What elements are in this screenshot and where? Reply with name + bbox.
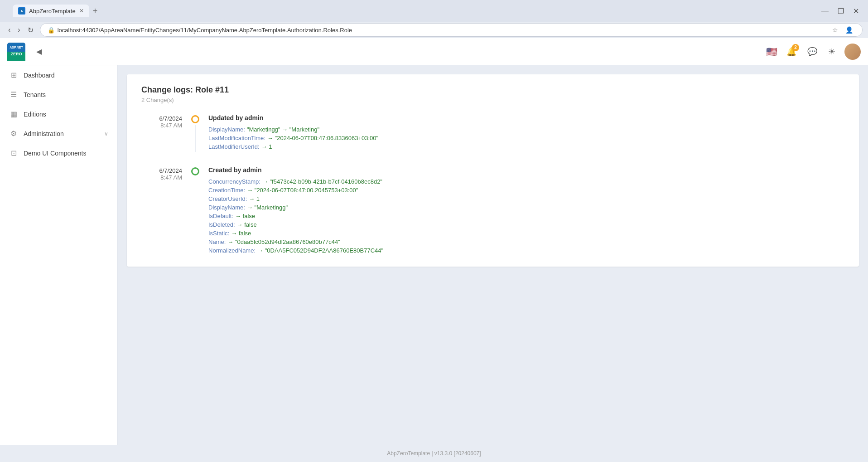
app-footer: AbpZeroTemplate | v13.3.0 [20240607] xyxy=(0,445,868,462)
change-row-displayname: DisplayName: "Marketingg" → "Marketing" xyxy=(208,126,844,133)
change-key: DisplayName: xyxy=(208,126,245,133)
logo-area: ASP.NET ZERO xyxy=(7,43,25,61)
change-key: IsDefault: xyxy=(208,213,233,219)
bookmark-icon[interactable]: ☆ xyxy=(830,25,840,34)
url-text: localhost:44302/AppAreaName/EntityChange… xyxy=(58,27,352,34)
change-row-name: Name: → "0daa5fc052d94df2aa86760e80b77c4… xyxy=(208,238,844,245)
app-container: ASP.NET ZERO ◀ 🇺🇸 🔔 2 💬 ☀ ⊞ Dashboard xyxy=(0,38,868,462)
change-row-lastmod-userid: LastModifierUserId: → 1 xyxy=(208,143,844,150)
sidebar-item-label: Demo UI Components xyxy=(24,150,108,157)
header-right: 🇺🇸 🔔 2 💬 ☀ xyxy=(766,44,861,60)
content-area: Change logs: Role #11 2 Change(s) 6/7/20… xyxy=(118,65,868,445)
minimize-button[interactable]: — xyxy=(818,5,832,17)
sidebar-item-demo-ui[interactable]: ⊡ Demo UI Components xyxy=(0,143,117,163)
change-key: LastModifierUserId: xyxy=(208,143,260,150)
address-bar: ‹ › ↻ 🔒 localhost:44302/AppAreaName/Enti… xyxy=(0,22,868,38)
tab-title: AbpZeroTemplate xyxy=(29,8,76,15)
maximize-button[interactable]: ❐ xyxy=(834,5,848,17)
chevron-down-icon: ∨ xyxy=(104,131,108,137)
change-row-isstatic: IsStatic: → false xyxy=(208,230,844,237)
profile-icon[interactable]: 👤 xyxy=(844,25,855,34)
change-value: → 1 xyxy=(261,143,272,150)
change-row-concurrency: ConcurrencyStamp: → "f5473c42-b09b-421b-… xyxy=(208,178,844,185)
window-controls: — ❐ ✕ xyxy=(818,5,863,17)
timeline-entry-updated: 6/7/2024 8:47 AM Updated by admin Displa… xyxy=(141,114,844,152)
timeline-content-updated: Updated by admin DisplayName: "Marketing… xyxy=(208,114,844,152)
sidebar-item-label: Dashboard xyxy=(24,72,108,79)
change-row-lastmod-time: LastModificationTime: → "2024-06-07T08:4… xyxy=(208,135,844,141)
change-key: IsStatic: xyxy=(208,230,229,237)
change-row-creator-userid: CreatorUserId: → 1 xyxy=(208,195,844,202)
change-value: → "0DAA5FC052D94DF2AA86760E80B77C44" xyxy=(257,247,383,254)
reload-button[interactable]: ↻ xyxy=(25,25,36,35)
administration-icon: ⚙ xyxy=(9,129,18,138)
change-logs-card: Change logs: Role #11 2 Change(s) 6/7/20… xyxy=(127,74,859,267)
change-key: DisplayName: xyxy=(208,204,245,211)
change-row-isdeleted: IsDeleted: → false xyxy=(208,221,844,228)
change-value: → "f5473c42-b09b-421b-b7cf-04160b8ec8d2" xyxy=(262,178,382,185)
timeline-date-created: 6/7/2024 8:47 AM xyxy=(141,166,182,256)
app-header: ASP.NET ZERO ◀ 🇺🇸 🔔 2 💬 ☀ xyxy=(0,38,868,65)
change-key: CreatorUserId: xyxy=(208,195,247,202)
change-value: → "Marketingg" xyxy=(247,204,288,211)
change-value: → "2024-06-07T08:47:06.8336063+03:00" xyxy=(267,135,378,141)
svg-text:ZERO: ZERO xyxy=(10,52,22,56)
theme-button[interactable]: ☀ xyxy=(826,45,837,58)
close-button[interactable]: ✕ xyxy=(849,5,863,17)
sidebar: ⊞ Dashboard ☰ Tenants ▦ Editions ⚙ Admin… xyxy=(0,65,118,445)
timeline-line xyxy=(195,125,196,152)
notification-badge: 2 xyxy=(792,44,799,51)
new-tab-button[interactable]: + xyxy=(91,6,100,16)
notifications-button[interactable]: 🔔 2 xyxy=(785,45,798,58)
timeline-indicator-created xyxy=(191,166,199,256)
change-value: → 1 xyxy=(249,195,260,202)
change-value: → false xyxy=(237,221,257,228)
sidebar-item-label: Editions xyxy=(24,111,108,118)
change-key: NormalizedName: xyxy=(208,247,256,254)
sidebar-item-editions[interactable]: ▦ Editions xyxy=(0,104,117,124)
date-label: 6/7/2024 xyxy=(141,167,182,174)
page-title: Change logs: Role #11 xyxy=(141,85,844,95)
sidebar-item-dashboard[interactable]: ⊞ Dashboard xyxy=(0,65,117,85)
tab-bar: A AbpZeroTemplate ✕ + xyxy=(13,5,814,17)
tab-close-btn[interactable]: ✕ xyxy=(79,8,84,14)
svg-text:A: A xyxy=(20,10,23,13)
change-value: → "0daa5fc052d94df2aa86760e80b77c44" xyxy=(227,238,340,245)
forward-button[interactable]: › xyxy=(15,25,23,35)
timeline-content-created: Created by admin ConcurrencyStamp: → "f5… xyxy=(208,166,844,256)
change-value: → "2024-06-07T08:47:00.2045753+03:00" xyxy=(247,187,358,194)
back-button[interactable]: ‹ xyxy=(5,25,13,35)
change-key: CreationTime: xyxy=(208,187,245,194)
main-area: ⊞ Dashboard ☰ Tenants ▦ Editions ⚙ Admin… xyxy=(0,65,868,445)
dot-green xyxy=(191,167,199,175)
address-bar-icons: ☆ 👤 xyxy=(830,25,855,34)
time-label: 8:47 AM xyxy=(141,174,182,181)
user-avatar[interactable] xyxy=(844,44,861,60)
change-value: "Marketingg" → "Marketing" xyxy=(247,126,319,133)
language-selector[interactable]: 🇺🇸 xyxy=(766,46,777,57)
svg-rect-4 xyxy=(7,58,25,61)
sidebar-item-administration[interactable]: ⚙ Administration ∨ xyxy=(0,124,117,143)
timeline-entry-created: 6/7/2024 8:47 AM Created by admin Concur… xyxy=(141,166,844,256)
tab-favicon: A xyxy=(18,7,25,15)
sidebar-item-label: Administration xyxy=(24,130,99,137)
active-tab[interactable]: A AbpZeroTemplate ✕ xyxy=(13,5,89,17)
nav-buttons: ‹ › ↻ xyxy=(5,25,36,35)
change-row-normalizedname: NormalizedName: → "0DAA5FC052D94DF2AA867… xyxy=(208,247,844,254)
chat-button[interactable]: 💬 xyxy=(805,45,819,58)
tenants-icon: ☰ xyxy=(9,90,18,99)
change-key: LastModificationTime: xyxy=(208,135,265,141)
browser-chrome: A AbpZeroTemplate ✕ + — ❐ ✕ xyxy=(0,0,868,22)
demo-ui-icon: ⊡ xyxy=(9,149,18,157)
action-label: Created by admin xyxy=(208,166,844,174)
timeline-date-updated: 6/7/2024 8:47 AM xyxy=(141,114,182,152)
editions-icon: ▦ xyxy=(9,110,18,118)
url-bar[interactable]: 🔒 localhost:44302/AppAreaName/EntityChan… xyxy=(40,23,863,37)
change-row-creation-time: CreationTime: → "2024-06-07T08:47:00.204… xyxy=(208,187,844,194)
sidebar-collapse-button[interactable]: ◀ xyxy=(33,45,45,58)
change-key: IsDeleted: xyxy=(208,221,235,228)
sidebar-item-tenants[interactable]: ☰ Tenants xyxy=(0,85,117,104)
date-label: 6/7/2024 xyxy=(141,115,182,122)
lock-icon: 🔒 xyxy=(48,27,55,34)
change-key: Name: xyxy=(208,238,226,245)
